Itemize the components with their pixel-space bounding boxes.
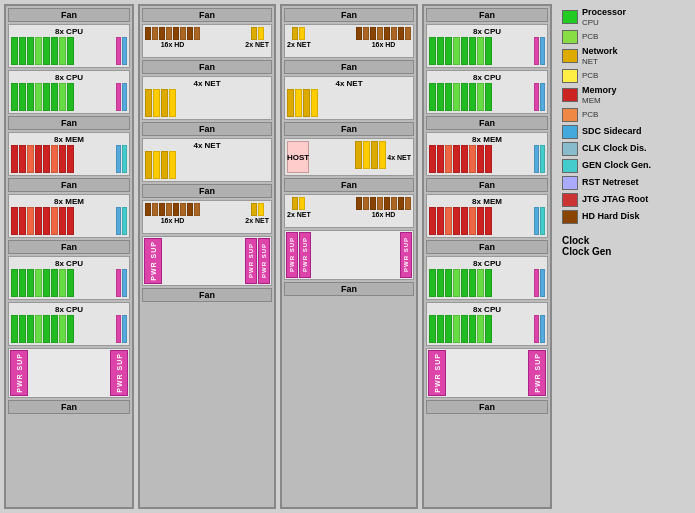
- sdc-card: [122, 269, 127, 297]
- pwr-module-1: PWR SUP PWR SUP: [8, 348, 130, 398]
- pwr-card: [534, 315, 539, 343]
- net-card: [169, 89, 176, 117]
- fan-bar-3: Fan: [8, 178, 130, 192]
- hd-card: [194, 203, 200, 216]
- fan-bar-4: Fan: [8, 240, 130, 254]
- legend-color-mem-pcb: [562, 108, 578, 122]
- legend-label-cpu-pcb: PCB: [582, 32, 598, 41]
- legend-network: Network NET: [562, 47, 660, 66]
- cabinet-4: Fan 8x CPU 8x CPU: [422, 4, 552, 509]
- fan-bar-c3-5: Fan: [284, 282, 414, 296]
- net-card: [251, 27, 257, 40]
- cpu-card: [43, 315, 50, 343]
- mem-card: [27, 145, 34, 173]
- net-card: [145, 89, 152, 117]
- cpu-card: [437, 83, 444, 111]
- cpu-card: [43, 37, 50, 65]
- cpu-card: [35, 269, 42, 297]
- sdc-card: [122, 37, 127, 65]
- legend-cpu-pcb: PCB: [562, 30, 660, 44]
- cpu-label-2: 8x CPU: [11, 73, 127, 82]
- net-cards-1: [145, 89, 269, 117]
- mem-card: [445, 207, 452, 235]
- cpu-card: [11, 37, 18, 65]
- fan-bar-2: Fan: [8, 116, 130, 130]
- clock-section: Clock Clock Gen: [562, 235, 660, 257]
- legend-color-gen: [562, 159, 578, 173]
- mem-label-c4-1: 8x MEM: [429, 135, 545, 144]
- legend-color-network: [562, 49, 578, 63]
- hd-card: [398, 27, 404, 40]
- cpu-card: [461, 37, 468, 65]
- cpu-card: [477, 83, 484, 111]
- mem-module-1: 8x MEM: [8, 132, 130, 176]
- cpu-card: [67, 269, 74, 297]
- legend-sdc: SDC Sidecard: [562, 125, 660, 139]
- net-module-c3-3: 2x NET 16x HD: [284, 194, 414, 228]
- cpu-module-c4-1: 8x CPU: [426, 24, 548, 68]
- mem-card: [461, 207, 468, 235]
- mem-card: [485, 207, 492, 235]
- main-area: Fan 8x CPU 8x CPU: [0, 0, 695, 513]
- cpu-module-3: 8x CPU: [8, 256, 130, 300]
- cpu-card: [461, 269, 468, 297]
- hd-card: [370, 27, 376, 40]
- hd-card: [377, 27, 383, 40]
- net-card: [153, 89, 160, 117]
- cpu-card: [59, 315, 66, 343]
- cpu-card: [11, 315, 18, 343]
- mem-card: [485, 145, 492, 173]
- net-card: [145, 151, 152, 179]
- mem-card: [461, 145, 468, 173]
- fan-bar-c4-5: Fan: [426, 400, 548, 414]
- cpu-card: [43, 83, 50, 111]
- hd-net-module-1: 16x HD 2x NET: [142, 24, 272, 58]
- host-module: HOST 4x NET: [284, 138, 414, 176]
- mem-cards-2: [11, 207, 127, 235]
- legend-mem-pcb: PCB: [562, 108, 660, 122]
- net-card: [287, 89, 294, 117]
- fan-bar-c3-3: Fan: [284, 122, 414, 136]
- cpu-card: [67, 83, 74, 111]
- mem-card: [477, 145, 484, 173]
- hd-card: [377, 197, 383, 210]
- hd-card: [405, 27, 411, 40]
- mem-card: [477, 207, 484, 235]
- gen-card: [122, 207, 127, 235]
- cpu-card: [453, 37, 460, 65]
- legend-label-mem-pcb: PCB: [582, 110, 598, 119]
- net-card: [295, 89, 302, 117]
- cpu-card: [19, 37, 26, 65]
- pwr-card: [534, 37, 539, 65]
- pwr-module-2: PWR SUP PWR SUP PWR SUP: [142, 236, 272, 286]
- mem-card: [453, 207, 460, 235]
- legend-jtag: JTG JTAG Root: [562, 193, 660, 207]
- cpu-card: [461, 315, 468, 343]
- fan-bar-1: Fan: [8, 8, 130, 22]
- fan-bar-c2-2: Fan: [142, 60, 272, 74]
- cpu-card: [445, 83, 452, 111]
- pwr-card: [116, 315, 121, 343]
- legend-color-net-pcb: [562, 69, 578, 83]
- sdc-card: [540, 37, 545, 65]
- fan-bar-c4-4: Fan: [426, 240, 548, 254]
- cpu-card: [19, 83, 26, 111]
- fan-bar-c3-4: Fan: [284, 178, 414, 192]
- cpu-card: [59, 37, 66, 65]
- pwr-card-c2-1: PWR SUP: [144, 238, 162, 284]
- cpu-card: [51, 83, 58, 111]
- mem-label-2: 8x MEM: [11, 197, 127, 206]
- cpu-card: [445, 269, 452, 297]
- cpu-card: [35, 315, 42, 343]
- cabinet-2: Fan 16x HD: [138, 4, 276, 509]
- cpu-module-c4-3: 8x CPU: [426, 256, 548, 300]
- hd-card: [145, 203, 151, 216]
- cpu-card: [429, 83, 436, 111]
- sdc-card: [116, 145, 121, 173]
- cpu-card: [19, 269, 26, 297]
- cpu-card: [437, 315, 444, 343]
- legend-hd: HD Hard Disk: [562, 210, 660, 224]
- legend-rst: RST Netreset: [562, 176, 660, 190]
- cpu-card: [59, 269, 66, 297]
- pwr-card-c3-2: PWR SUP: [299, 232, 311, 278]
